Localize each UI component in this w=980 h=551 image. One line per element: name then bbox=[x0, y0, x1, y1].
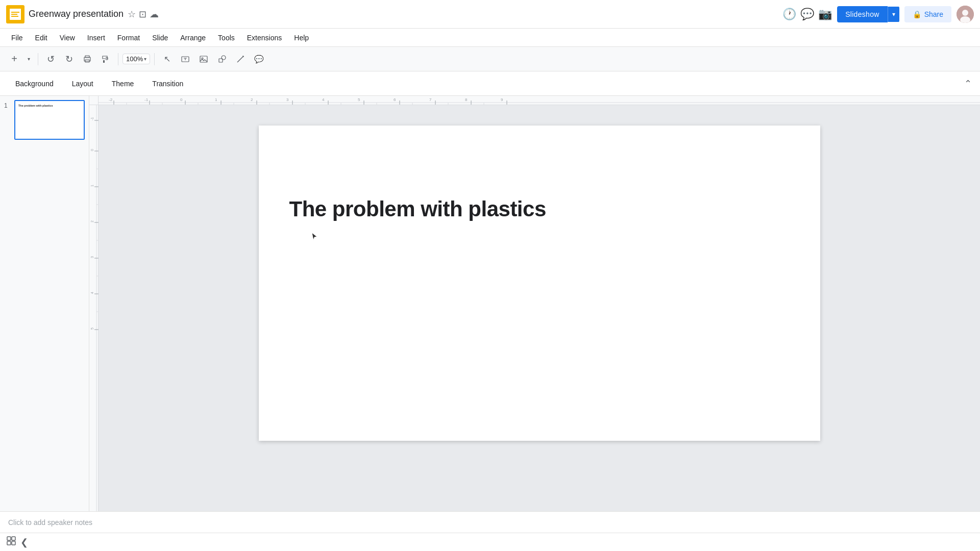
menu-slide[interactable]: Slide bbox=[147, 32, 173, 44]
menu-bar: File Edit View Insert Format Slide Arran… bbox=[0, 29, 980, 47]
zoom-label: 100% bbox=[126, 55, 143, 63]
print-button[interactable] bbox=[79, 51, 95, 67]
menu-format[interactable]: Format bbox=[112, 32, 145, 44]
notes-placeholder: Click to add speaker notes bbox=[8, 518, 92, 527]
drive-icon[interactable]: ⊡ bbox=[139, 9, 146, 20]
meet-icon[interactable]: 📷 bbox=[818, 8, 832, 21]
svg-text:2: 2 bbox=[251, 97, 253, 102]
background-button[interactable]: Background bbox=[8, 77, 61, 91]
shapes-button[interactable] bbox=[214, 51, 230, 67]
svg-rect-74 bbox=[12, 537, 15, 540]
svg-text:-1: -1 bbox=[144, 97, 149, 102]
slide-thumb-1[interactable]: 1 The problem with plastics bbox=[4, 100, 85, 140]
utility-icons: 🕐 💬 📷 bbox=[782, 8, 832, 21]
ruler-horizontal: -2 -1 0 1 2 3 4 5 6 7 8 bbox=[99, 96, 980, 105]
paint-format-button[interactable] bbox=[97, 51, 114, 67]
svg-rect-13 bbox=[200, 56, 207, 62]
svg-text:3: 3 bbox=[90, 256, 94, 258]
slideshow-button-group: Slideshow ▾ bbox=[837, 6, 899, 22]
text-button[interactable] bbox=[177, 51, 193, 67]
svg-text:0: 0 bbox=[180, 97, 183, 102]
svg-text:1: 1 bbox=[215, 97, 217, 102]
layout-button[interactable]: Layout bbox=[65, 77, 101, 91]
add-dropdown-button[interactable]: ▾ bbox=[23, 51, 34, 67]
svg-text:7: 7 bbox=[429, 97, 432, 102]
redo-button[interactable]: ↻ bbox=[61, 51, 77, 67]
slide-thumbnail-1[interactable]: The problem with plastics bbox=[14, 100, 85, 140]
svg-rect-75 bbox=[7, 541, 11, 545]
svg-point-6 bbox=[962, 10, 968, 16]
theme-button[interactable]: Theme bbox=[105, 77, 141, 91]
top-left-group: Greenway presentation ☆ ⊡ ☁ bbox=[6, 5, 159, 23]
svg-text:3: 3 bbox=[286, 97, 289, 102]
cursor-button[interactable]: ↖ bbox=[159, 51, 175, 67]
comments-icon[interactable]: 💬 bbox=[800, 8, 814, 21]
line-button[interactable] bbox=[232, 51, 249, 67]
comment-button[interactable]: 💬 bbox=[251, 51, 267, 67]
slide-title[interactable]: The problem with plastics bbox=[289, 197, 546, 221]
panel-toggle-button[interactable]: ❮ bbox=[20, 537, 28, 548]
slideshow-button[interactable]: Slideshow bbox=[837, 6, 888, 22]
divider-1 bbox=[38, 53, 38, 65]
zoom-selector[interactable]: 100% ▾ bbox=[122, 54, 150, 64]
svg-text:9: 9 bbox=[501, 97, 503, 102]
menu-arrange[interactable]: Arrange bbox=[175, 32, 211, 44]
ruler-corner bbox=[89, 96, 99, 105]
transition-button[interactable]: Transition bbox=[145, 77, 190, 91]
slide-canvas-wrapper[interactable]: The problem with plastics bbox=[99, 105, 980, 511]
content-area: -2 -1 0 1 2 3 4 5 6 7 8 bbox=[89, 96, 980, 511]
cursor-indicator bbox=[311, 232, 318, 244]
slide-number-1: 1 bbox=[4, 102, 11, 109]
slideshow-dropdown-button[interactable]: ▾ bbox=[888, 7, 899, 22]
menu-file[interactable]: File bbox=[6, 32, 28, 44]
top-right-group: 🕐 💬 📷 Slideshow ▾ 🔒 Share bbox=[782, 6, 974, 23]
svg-rect-4 bbox=[11, 16, 18, 17]
history-icon[interactable]: 🕐 bbox=[782, 8, 796, 21]
divider-3 bbox=[154, 53, 155, 65]
divider-2 bbox=[118, 53, 118, 65]
doc-icons: ☆ ⊡ ☁ bbox=[128, 9, 159, 20]
thumbnail-title: The problem with plastics bbox=[18, 104, 53, 107]
svg-rect-3 bbox=[11, 14, 17, 15]
menu-help[interactable]: Help bbox=[289, 32, 314, 44]
ruler-vertical: -1 0 1 2 3 4 5 bbox=[89, 105, 99, 511]
doc-title[interactable]: Greenway presentation bbox=[29, 9, 124, 19]
slide-toolbar: Background Layout Theme Transition ⌃ bbox=[0, 71, 980, 96]
bottom-bar: ❮ bbox=[0, 533, 980, 551]
svg-point-14 bbox=[202, 58, 203, 59]
svg-text:8: 8 bbox=[465, 97, 468, 102]
toolbar: + ▾ ↺ ↻ 100% ▾ ↖ 💬 bbox=[0, 47, 980, 71]
top-bar: Greenway presentation ☆ ⊡ ☁ 🕐 💬 📷 Slides… bbox=[0, 0, 980, 29]
cloud-icon[interactable]: ☁ bbox=[150, 9, 159, 20]
share-button[interactable]: 🔒 Share bbox=[904, 6, 951, 22]
star-icon[interactable]: ☆ bbox=[128, 9, 136, 20]
svg-rect-2 bbox=[11, 12, 19, 13]
menu-edit[interactable]: Edit bbox=[30, 32, 53, 44]
avatar[interactable] bbox=[957, 6, 974, 23]
collapse-icon[interactable]: ⌃ bbox=[964, 78, 972, 89]
undo-button[interactable]: ↺ bbox=[42, 51, 59, 67]
app-icon[interactable] bbox=[6, 5, 24, 23]
svg-text:1: 1 bbox=[90, 185, 94, 187]
svg-text:5: 5 bbox=[358, 97, 360, 102]
menu-tools[interactable]: Tools bbox=[213, 32, 240, 44]
svg-text:0: 0 bbox=[90, 149, 94, 151]
svg-rect-76 bbox=[12, 541, 15, 545]
image-button[interactable] bbox=[195, 51, 212, 67]
menu-view[interactable]: View bbox=[55, 32, 80, 44]
grid-view-button[interactable] bbox=[6, 536, 16, 548]
menu-insert[interactable]: Insert bbox=[82, 32, 110, 44]
svg-rect-73 bbox=[7, 537, 11, 540]
share-icon: 🔒 bbox=[913, 10, 921, 18]
add-slide-button[interactable]: + bbox=[6, 51, 22, 67]
share-label: Share bbox=[924, 10, 943, 18]
svg-text:-2: -2 bbox=[109, 97, 113, 102]
svg-text:4: 4 bbox=[322, 97, 325, 102]
svg-text:2: 2 bbox=[90, 220, 94, 222]
svg-text:5: 5 bbox=[90, 328, 94, 330]
svg-text:6: 6 bbox=[394, 97, 396, 102]
slide-canvas[interactable]: The problem with plastics bbox=[259, 126, 820, 441]
notes-bar[interactable]: Click to add speaker notes bbox=[0, 511, 980, 533]
svg-point-16 bbox=[222, 56, 226, 60]
menu-extensions[interactable]: Extensions bbox=[242, 32, 287, 44]
